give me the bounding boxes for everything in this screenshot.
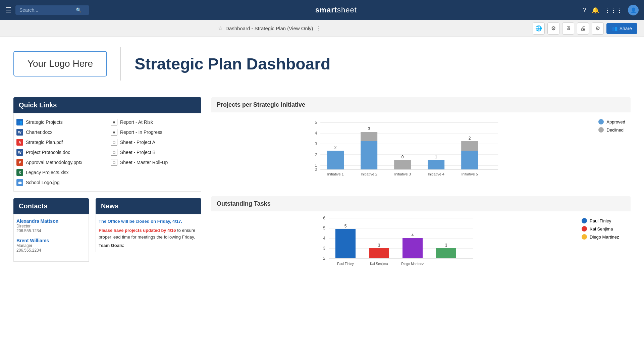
list-item[interactable]: X Legacy Projects.xlsx [16, 169, 104, 176]
link-label: Sheet - Master Roll-Up [120, 160, 168, 165]
news-header: News [96, 198, 201, 214]
print-icon[interactable]: 🖨 [577, 22, 589, 35]
list-item[interactable]: □ Sheet - Project B [111, 149, 198, 156]
svg-text:Diego Martinez: Diego Martinez [401, 262, 424, 266]
link-label: School Logo.jpg [26, 180, 59, 185]
svg-text:5: 5 [344, 224, 347, 228]
projects-chart-body: 5 4 3 2 1 0 2 Initi [211, 112, 631, 190]
svg-text:2: 2 [315, 152, 317, 157]
task-bar-paul [335, 229, 356, 258]
chart-legend: Approved Declined [598, 116, 625, 133]
share-icon: 👥 [612, 26, 618, 31]
legend-dot-kai [582, 226, 587, 231]
tasks-chart-svg: 6 5 4 3 2 5 Paul Finley [217, 215, 575, 275]
excel-icon: X [16, 169, 23, 176]
legend-label-declined: Declined [606, 127, 624, 133]
legend-paul: Paul Finley [582, 218, 625, 223]
tasks-legend: Paul Finley Kai Senjima Diego Martinez [582, 215, 625, 240]
link-label: Report - In Progress [120, 130, 162, 135]
avatar[interactable]: 👤 [628, 5, 639, 15]
svg-text:Initiative 3: Initiative 3 [394, 172, 411, 176]
legend-label-kai: Kai Senjima [590, 226, 613, 231]
quick-links-section: Quick Links 👥 Strategic Projects W Chart… [13, 97, 201, 192]
sheet-icon: □ [111, 139, 117, 146]
link-label: Sheet - Project A [120, 140, 155, 145]
link-label: Charter.docx [26, 130, 52, 135]
links-col-2: ■ Report - At Risk ■ Report - In Progres… [111, 119, 198, 186]
contact-phone-2: 206.555.2234 [16, 248, 86, 253]
list-item[interactable]: □ Sheet - Project A [111, 139, 198, 146]
svg-text:Kai Senjima: Kai Senjima [370, 262, 388, 266]
star-icon[interactable]: ☆ [218, 25, 223, 32]
sheet-icon-3: □ [111, 159, 117, 166]
contact-name-2: Brent Williams [16, 238, 86, 243]
tasks-chart-section: Outstanding Tasks [211, 196, 631, 282]
link-label: Report - At Risk [120, 119, 153, 125]
legend-dot-declined [598, 127, 604, 133]
contact-item: Alexandra Mattson Director 206.555.1234 [16, 218, 86, 233]
legend-label-paul: Paul Finley [590, 218, 611, 223]
list-item[interactable]: 👥 Strategic Projects [16, 119, 104, 125]
task-bar-diego [402, 238, 423, 258]
svg-text:4: 4 [412, 233, 414, 238]
svg-text:4: 4 [315, 131, 317, 136]
list-item[interactable]: W Charter.docx [16, 129, 104, 136]
news-section: News The Office will be closed on Friday… [96, 198, 201, 262]
app-title: smartsheet [93, 6, 579, 14]
present-icon[interactable]: 🖥 [562, 22, 574, 35]
header-divider [120, 47, 121, 81]
search-input[interactable] [19, 7, 73, 13]
svg-text:3: 3 [315, 142, 317, 146]
svg-text:2: 2 [334, 145, 337, 150]
svg-text:Initiative 1: Initiative 1 [327, 172, 344, 176]
bar-chart-wrapper: 5 4 3 2 1 0 2 Initi [217, 116, 625, 184]
contact-title: Director [16, 224, 86, 228]
projects-chart-title: Projects per Strategic Initiative [211, 97, 631, 112]
help-icon[interactable]: ? [583, 7, 586, 14]
globe-icon[interactable]: 🌐 [533, 22, 545, 35]
main-content: Your Logo Here Strategic Plan Dashboard … [0, 37, 644, 361]
contact-name: Alexandra Mattson [16, 218, 86, 224]
list-item[interactable]: P Approval Methodology.pptx [16, 159, 104, 166]
top-navigation: ☰ 🔍 smartsheet ? 🔔 ⋮⋮⋮ 👤 [0, 0, 644, 20]
task-bar-other [436, 248, 456, 258]
contacts-body: Alexandra Mattson Director 206.555.1234 … [13, 214, 89, 262]
hamburger-menu[interactable]: ☰ [5, 6, 11, 14]
contacts-section: Contacts Alexandra Mattson Director 206.… [13, 198, 89, 262]
link-label: Strategic Projects [26, 119, 63, 125]
list-item[interactable]: W Project Protocols.doc [16, 149, 104, 156]
search-bar[interactable]: 🔍 [15, 5, 89, 15]
legend-dot-approved [598, 119, 604, 124]
notifications-icon[interactable]: 🔔 [592, 6, 599, 14]
list-item[interactable]: ■ Report - In Progress [111, 129, 198, 136]
list-item[interactable]: 🏔 School Logo.jpg [16, 179, 104, 186]
task-bar-kai [369, 248, 389, 258]
share-button[interactable]: 👥 Share [606, 23, 637, 34]
news-alert: Please have projects updated by 4/16 [99, 228, 176, 233]
settings-icon[interactable]: ⚙ [592, 22, 604, 35]
list-item[interactable]: A Strategic Plan.pdf [16, 139, 104, 146]
sync-icon[interactable]: ⚙ [547, 22, 559, 35]
sheet-icon-2: □ [111, 149, 117, 156]
link-label: Legacy Projects.xlsx [26, 170, 69, 175]
more-options-icon[interactable]: ⋮ [316, 25, 321, 32]
bar-initiative1-approved [327, 151, 344, 169]
list-item[interactable]: ■ Report - At Risk [111, 119, 198, 125]
legend-diego: Diego Martinez [582, 234, 625, 240]
legend-declined: Declined [598, 127, 625, 133]
legend-label-approved: Approved [606, 119, 625, 124]
legend-kai: Kai Senjima [582, 226, 625, 231]
list-item[interactable]: □ Sheet - Master Roll-Up [111, 159, 198, 166]
svg-text:2: 2 [469, 136, 471, 141]
pdf-icon: A [16, 139, 23, 146]
legend-dot-paul [582, 218, 587, 223]
svg-text:3: 3 [445, 243, 447, 248]
svg-text:0: 0 [315, 167, 317, 172]
legend-approved: Approved [598, 119, 625, 124]
apps-grid-icon[interactable]: ⋮⋮⋮ [604, 6, 623, 14]
svg-text:6: 6 [323, 216, 325, 220]
links-col-1: 👥 Strategic Projects W Charter.docx A St… [16, 119, 104, 186]
link-label: Strategic Plan.pdf [26, 140, 63, 145]
report-icon-2: ■ [111, 129, 117, 136]
contact-phone: 206.555.1234 [16, 228, 86, 233]
